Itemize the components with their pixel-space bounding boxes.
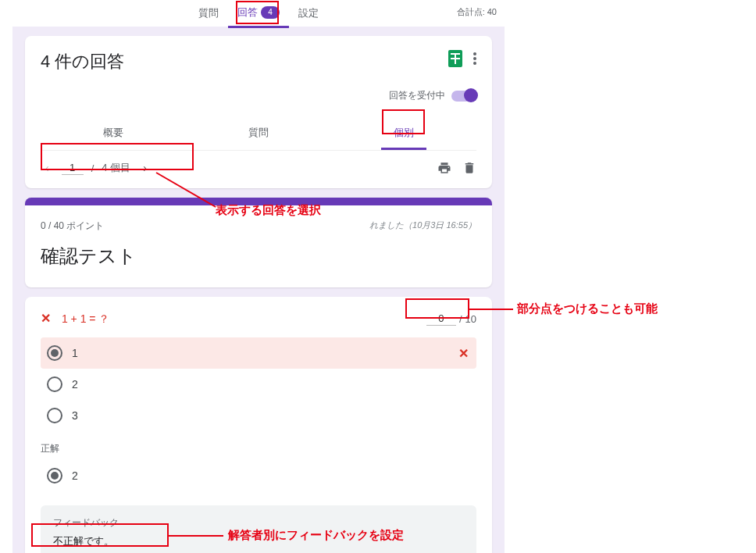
pager-sep: / — [91, 162, 94, 174]
wrong-x-icon: ✕ — [458, 346, 469, 361]
option-label: 2 — [72, 378, 78, 391]
option-2: 2 — [41, 369, 476, 400]
print-icon[interactable] — [437, 161, 451, 175]
option-label: 3 — [72, 409, 78, 422]
submitted-time: れました（10月3日 16:55） — [369, 219, 476, 233]
subtab-individual[interactable]: 個別 — [381, 118, 426, 150]
chevron-left-icon[interactable]: ‹ — [41, 159, 54, 177]
tab-questions[interactable]: 質問 — [189, 0, 228, 27]
annot-line-score — [469, 309, 513, 310]
kebab-icon[interactable] — [473, 52, 476, 65]
tab-responses-label: 回答 — [237, 5, 258, 20]
annot-select-response: 表示する回答を選択 — [216, 203, 321, 218]
total-points: 合計点: 40 — [457, 6, 497, 18]
question-text: 1 + 1 = ？ — [62, 312, 109, 325]
accepting-label: 回答を受付中 — [389, 89, 445, 102]
correct-answer: 2 — [72, 469, 78, 482]
annot-line-feedback — [169, 535, 223, 537]
score-input[interactable] — [426, 312, 456, 326]
correct-option: 2 — [41, 460, 476, 491]
annot-per-responder-fb: 解答者別にフィードバックを設定 — [228, 528, 404, 543]
radio-icon — [47, 468, 62, 483]
incorrect-x-icon: ✕ — [41, 312, 51, 325]
score-sep: / — [459, 313, 462, 325]
top-tabs: 質問 回答 4 設定 合計点: 40 — [12, 0, 505, 27]
tab-settings[interactable]: 設定 — [289, 0, 328, 27]
option-label: 1 — [72, 347, 78, 359]
form-title: 確認テスト — [41, 244, 476, 269]
accepting-toggle[interactable] — [451, 91, 476, 102]
score-max: 10 — [465, 313, 476, 325]
sheets-icon[interactable] — [448, 50, 462, 67]
pager-total: 4 個目 — [102, 161, 130, 175]
subtab-question[interactable]: 質問 — [236, 118, 281, 150]
radio-icon — [47, 408, 62, 423]
pager-current-input[interactable] — [62, 161, 84, 175]
responses-subtabs: 概要 質問 個別 — [41, 118, 476, 150]
radio-icon — [47, 376, 62, 392]
correct-label: 正解 — [41, 442, 476, 455]
radio-icon — [47, 345, 62, 361]
responses-title: 4 件の回答 — [41, 50, 124, 73]
trash-icon[interactable] — [462, 161, 476, 175]
option-1: 1 ✕ — [41, 337, 476, 369]
subtab-summary[interactable]: 概要 — [91, 118, 136, 150]
annot-partial-score: 部分点をつけることも可能 — [517, 301, 658, 316]
responses-card: 4 件の回答 回答を受付中 概要 質問 個別 ‹ / — [25, 36, 492, 188]
score-box: / 10 — [426, 312, 476, 326]
chevron-right-icon[interactable]: › — [138, 159, 152, 177]
option-3: 3 — [41, 400, 476, 431]
question-card: ✕ 1 + 1 = ？ / 10 1 ✕ 2 3 — [25, 297, 492, 553]
tab-responses[interactable]: 回答 4 — [228, 0, 289, 28]
response-pager: ‹ / 4 個目 › — [41, 159, 152, 177]
score-summary: 0 / 40 ポイント — [41, 219, 104, 233]
responses-count-badge: 4 — [261, 6, 280, 19]
